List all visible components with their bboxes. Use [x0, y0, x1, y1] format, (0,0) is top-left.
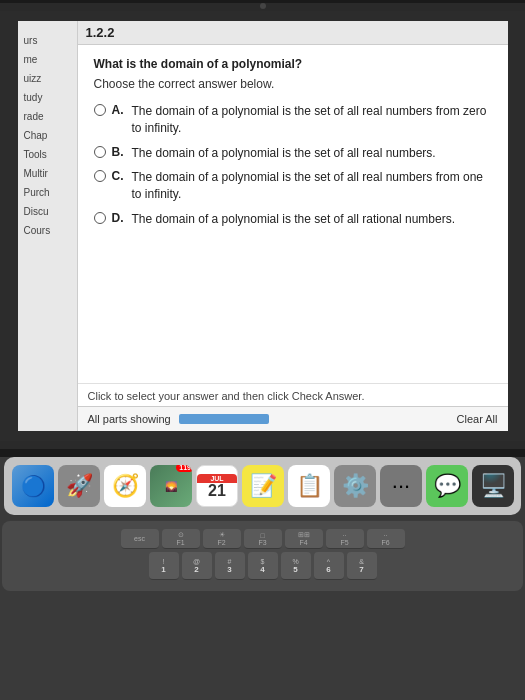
- keyboard-area: esc ⊙ F1 ☀ F2 □ F3 ⊞⊞ F4 ·· F5: [2, 521, 523, 591]
- status-label: All parts showing: [88, 413, 171, 425]
- option-b[interactable]: B. The domain of a polynomial is the set…: [94, 145, 492, 162]
- dock-screen[interactable]: 🖥️: [472, 465, 514, 507]
- dock-finder[interactable]: 🔵: [12, 465, 54, 507]
- status-bar: All parts showing Clear All: [78, 406, 508, 431]
- dock-system-prefs[interactable]: ⚙️: [334, 465, 376, 507]
- sidebar-item-urs[interactable]: urs: [18, 31, 77, 50]
- sidebar-item-tools[interactable]: Tools: [18, 145, 77, 164]
- sidebar-item-multir[interactable]: Multir: [18, 164, 77, 183]
- dock-bar: 🔵 🚀 🧭 🌄 119 JUL 21 📝 📋: [4, 457, 521, 515]
- radio-d[interactable]: [94, 212, 106, 224]
- key-f3[interactable]: □ F3: [244, 529, 282, 549]
- progress-bar-container: [179, 414, 269, 424]
- radio-a[interactable]: [94, 104, 106, 116]
- sidebar-item-tudy[interactable]: tudy: [18, 88, 77, 107]
- sidebar-item-discu[interactable]: Discu: [18, 202, 77, 221]
- key-7[interactable]: & 7: [347, 552, 377, 580]
- key-f5[interactable]: ·· F5: [326, 529, 364, 549]
- option-c-label: C.: [112, 169, 124, 183]
- option-a-text: The domain of a polynomial is the set of…: [132, 103, 492, 137]
- sidebar-item-rade[interactable]: rade: [18, 107, 77, 126]
- number-key-row: ! 1 @ 2 # 3 $ 4 % 5 ^ 6: [8, 552, 517, 580]
- key-4[interactable]: $ 4: [248, 552, 278, 580]
- key-2[interactable]: @ 2: [182, 552, 212, 580]
- option-d[interactable]: D. The domain of a polynomial is the set…: [94, 211, 492, 228]
- option-c[interactable]: C. The domain of a polynomial is the set…: [94, 169, 492, 203]
- sidebar-item-cours[interactable]: Cours: [18, 221, 77, 240]
- key-f6[interactable]: ·· F6: [367, 529, 405, 549]
- sidebar-item-chap[interactable]: Chap: [18, 126, 77, 145]
- dock-messages[interactable]: 💬: [426, 465, 468, 507]
- sidebar: urs me uizz tudy rade Chap Tools Multir: [18, 21, 78, 431]
- function-key-row: esc ⊙ F1 ☀ F2 □ F3 ⊞⊞ F4 ·· F5: [8, 529, 517, 549]
- dock-photo[interactable]: 🌄 119: [150, 465, 192, 507]
- question-instruction: Choose the correct answer below.: [94, 77, 492, 91]
- main-content: 1.2.2 What is the domain of a polynomial…: [78, 21, 508, 431]
- question-prompt: What is the domain of a polynomial?: [94, 57, 492, 71]
- option-b-label: B.: [112, 145, 124, 159]
- key-f1[interactable]: ⊙ F1: [162, 529, 200, 549]
- key-esc[interactable]: esc: [121, 529, 159, 549]
- option-a[interactable]: A. The domain of a polynomial is the set…: [94, 103, 492, 137]
- header-bar: 1.2.2: [78, 21, 508, 45]
- key-3[interactable]: # 3: [215, 552, 245, 580]
- click-instruction: Click to select your answer and then cli…: [78, 383, 508, 406]
- key-6[interactable]: ^ 6: [314, 552, 344, 580]
- mac-area: 🔵 🚀 🧭 🌄 119 JUL 21 📝 📋: [0, 457, 525, 700]
- option-d-label: D.: [112, 211, 124, 225]
- dock-launchpad[interactable]: 🚀: [58, 465, 100, 507]
- key-f2[interactable]: ☀ F2: [203, 529, 241, 549]
- dock-reminders[interactable]: 📋: [288, 465, 330, 507]
- dock-safari[interactable]: 🧭: [104, 465, 146, 507]
- version-title: 1.2.2: [86, 25, 115, 40]
- radio-c[interactable]: [94, 170, 106, 182]
- key-5[interactable]: % 5: [281, 552, 311, 580]
- dock-more[interactable]: ···: [380, 465, 422, 507]
- option-b-text: The domain of a polynomial is the set of…: [132, 145, 436, 162]
- status-left: All parts showing: [88, 413, 269, 425]
- option-a-label: A.: [112, 103, 124, 117]
- key-f4[interactable]: ⊞⊞ F4: [285, 529, 323, 549]
- key-1[interactable]: ! 1: [149, 552, 179, 580]
- content-area: What is the domain of a polynomial? Choo…: [78, 45, 508, 383]
- question-section: What is the domain of a polynomial? Choo…: [94, 57, 492, 228]
- progress-bar-fill: [179, 414, 269, 424]
- clear-all-button[interactable]: Clear All: [457, 413, 498, 425]
- option-c-text: The domain of a polynomial is the set of…: [132, 169, 492, 203]
- option-d-text: The domain of a polynomial is the set of…: [132, 211, 456, 228]
- sidebar-item-uizz[interactable]: uizz: [18, 69, 77, 88]
- dock-notes[interactable]: 📝: [242, 465, 284, 507]
- sidebar-item-me[interactable]: me: [18, 50, 77, 69]
- dock-calendar[interactable]: JUL 21: [196, 465, 238, 507]
- radio-b[interactable]: [94, 146, 106, 158]
- sidebar-item-purch[interactable]: Purch: [18, 183, 77, 202]
